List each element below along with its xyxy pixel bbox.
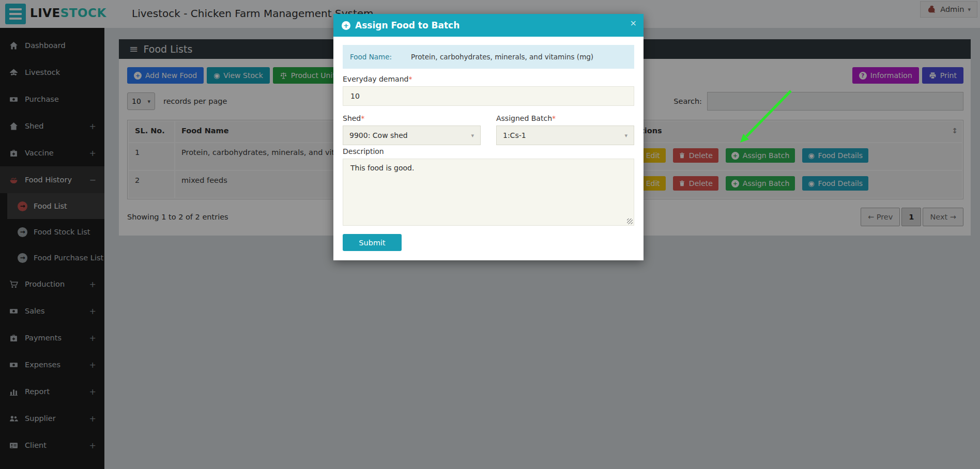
chevron-down-icon: ▾ bbox=[471, 132, 474, 139]
assigned-batch-select[interactable]: 1:Cs-1 ▾ bbox=[496, 126, 634, 145]
close-icon[interactable]: × bbox=[630, 18, 637, 28]
required-asterisk: * bbox=[361, 114, 364, 122]
chevron-down-icon: ▾ bbox=[624, 132, 627, 139]
required-asterisk: * bbox=[408, 75, 412, 83]
modal-header: + Assign Food to Batch × bbox=[333, 14, 644, 37]
everyday-demand-input[interactable]: 10 bbox=[343, 86, 634, 106]
food-name-info-bar: Food Name: Protein, carbohydrates, miner… bbox=[343, 45, 634, 69]
food-name-label: Food Name: bbox=[350, 53, 411, 61]
modal-title: Assign Food to Batch bbox=[355, 20, 460, 30]
food-name-value: Protein, carbohydrates, minerals, and vi… bbox=[411, 53, 593, 61]
everyday-demand-label: Everyday demand* bbox=[343, 75, 634, 83]
description-textarea[interactable]: This food is good. bbox=[343, 159, 634, 226]
assigned-batch-label: Assigned Batch* bbox=[496, 114, 634, 122]
plus-circle-icon: + bbox=[342, 21, 350, 30]
description-label: Description bbox=[343, 147, 634, 155]
shed-label: Shed* bbox=[343, 114, 481, 122]
shed-select[interactable]: 9900: Cow shed ▾ bbox=[343, 126, 481, 145]
app-root: LIVESTOCK Livestock - Chicken Farm Manag… bbox=[0, 0, 980, 469]
assign-food-modal: + Assign Food to Batch × Food Name: Prot… bbox=[333, 14, 644, 260]
required-asterisk: * bbox=[552, 114, 556, 122]
submit-button[interactable]: Submit bbox=[343, 234, 402, 251]
modal-body: Food Name: Protein, carbohydrates, miner… bbox=[333, 37, 644, 260]
